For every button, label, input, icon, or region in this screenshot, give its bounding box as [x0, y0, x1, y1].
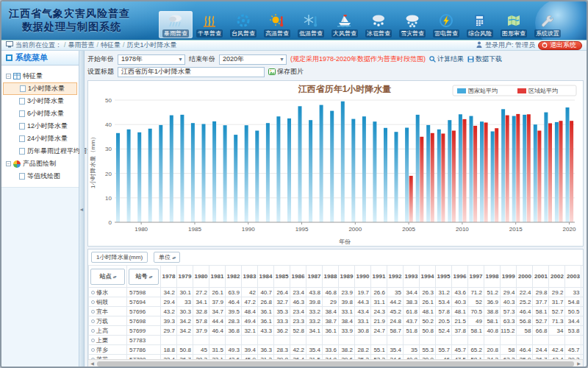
save-image-button[interactable]: 保存图片: [268, 67, 304, 77]
sort-icon: ▴▾: [112, 274, 115, 279]
toolbar-item-7[interactable]: 冰雹普查: [362, 11, 395, 38]
value-cell: 37.7: [533, 297, 549, 307]
column-header-year[interactable]: 1996: [452, 266, 468, 288]
scroll-right-icon[interactable]: ▶: [575, 360, 583, 367]
column-header-year[interactable]: 1986: [290, 266, 306, 288]
column-header-year[interactable]: 1981: [209, 266, 226, 288]
column-header-year[interactable]: 1983: [242, 266, 258, 288]
toolbar-item-3[interactable]: 台风普查: [226, 11, 260, 38]
data-table-panel: 1小时降水量(mm) 单位 ▴▾ 站点▴▾站号▴▾197819791980198…: [87, 249, 584, 368]
column-header-year[interactable]: 1994: [420, 266, 436, 288]
column-header-year[interactable]: 1993: [404, 266, 420, 288]
calculate-button[interactable]: 计算结果: [429, 54, 464, 64]
table-row[interactable]: 上栗57783: [89, 336, 584, 345]
toolbar-item-4[interactable]: 高温普查: [260, 11, 294, 38]
breadcrumb-item[interactable]: 暴雨普查: [68, 41, 95, 49]
station-name-cell[interactable]: 万载: [89, 316, 127, 326]
station-name-cell[interactable]: 萍乡: [89, 345, 127, 355]
radio-icon[interactable]: [91, 319, 95, 323]
download-button[interactable]: 数据下载: [467, 54, 502, 64]
sidebar-item-12小时降水量[interactable]: 12小时降水量: [3, 120, 77, 132]
toolbar-item-6[interactable]: 大风普查: [328, 11, 362, 38]
column-header-year[interactable]: 2000: [517, 266, 533, 288]
column-header-year[interactable]: 1990: [355, 266, 371, 288]
table-row[interactable]: 修水5759834.230.127.226.163.94240.726.423.…: [89, 288, 584, 297]
table-row[interactable]: 上高5769929.734.237.946.436.832.143.336.25…: [89, 326, 584, 336]
table-row[interactable]: 萍乡5778618.850.84531.549.339.436.328.342.…: [89, 345, 584, 355]
column-header-year[interactable]: 1989: [339, 266, 355, 288]
table-metric-button[interactable]: 1小时降水量(mm): [91, 252, 148, 263]
column-header-station[interactable]: 站点▴▾: [89, 266, 127, 288]
column-header-year[interactable]: 1982: [226, 266, 242, 288]
sidebar-item-24小时降水量[interactable]: 24小时降水量: [3, 132, 77, 145]
sidebar-group-2[interactable]: −产品图绘制: [3, 158, 77, 170]
toolbar-item-10[interactable]: 综合风险: [463, 11, 497, 38]
chart-title-input[interactable]: [118, 67, 265, 77]
sidebar-item-1小时降水量[interactable]: 1小时降水量: [3, 82, 77, 95]
table-row[interactable]: 宜丰5769643.230.332.834.739.548.436.135.32…: [89, 307, 584, 316]
column-header-year[interactable]: 2004: [581, 266, 583, 288]
column-header-year[interactable]: 2003: [565, 266, 581, 288]
sidebar-collapse-handle[interactable]: ◄: [79, 51, 85, 368]
radio-icon[interactable]: [91, 310, 95, 314]
sidebar-item-历年暴雨过程平均雨量[interactable]: 历年暴雨过程平均雨量: [3, 145, 77, 158]
station-name-cell[interactable]: 上栗: [89, 336, 127, 345]
station-name-cell[interactable]: 铜鼓: [89, 297, 127, 307]
toolbar-item-5[interactable]: 低温普查: [294, 11, 328, 38]
toolbar-item-8[interactable]: 雪灾普查: [395, 11, 429, 38]
unit-filter-dropdown[interactable]: 单位 ▴▾: [154, 252, 180, 263]
tree-expand-icon[interactable]: −: [6, 161, 11, 166]
scroll-left-icon[interactable]: ◀: [88, 360, 96, 367]
sidebar-item-3小时降水量[interactable]: 3小时降水量: [3, 95, 77, 107]
toolbar-item-11[interactable]: 图形审查: [497, 11, 531, 38]
column-header-year[interactable]: 1980: [193, 266, 209, 288]
svg-text:年份: 年份: [339, 238, 351, 245]
station-name-cell[interactable]: 宜丰: [89, 307, 127, 316]
column-header-year[interactable]: 2002: [549, 266, 565, 288]
toolbar-item-12[interactable]: 系统设置: [531, 11, 564, 38]
column-header-year[interactable]: 1984: [258, 266, 274, 288]
value-cell: [565, 336, 581, 345]
breadcrumb-separator: /: [123, 41, 125, 49]
sidebar-item-等值线绘图[interactable]: 等值线绘图: [3, 170, 77, 183]
scrollbar-thumb[interactable]: [97, 361, 574, 367]
station-name-cell[interactable]: 上高: [89, 326, 127, 336]
radio-icon[interactable]: [91, 329, 95, 333]
value-cell: 63.9: [226, 288, 242, 297]
breadcrumb-item[interactable]: 特征量: [101, 41, 121, 49]
horizontal-scrollbar[interactable]: ◀ ▶: [88, 359, 583, 367]
column-header-station-id[interactable]: 站号▴▾: [127, 266, 161, 288]
toolbar-item-2[interactable]: 干旱普查: [193, 11, 226, 38]
radio-icon[interactable]: [91, 339, 95, 342]
column-header-year[interactable]: 2001: [533, 266, 549, 288]
column-header-year[interactable]: 1999: [501, 266, 517, 288]
column-header-year[interactable]: 1978: [161, 266, 177, 288]
column-header-year[interactable]: 1997: [468, 266, 484, 288]
toolbar-item-9[interactable]: 雷电普查: [429, 11, 463, 38]
end-year-select[interactable]: 2020年▼: [219, 54, 287, 65]
station-name-cell[interactable]: 修水: [89, 288, 127, 297]
radio-icon[interactable]: [91, 300, 95, 304]
sidebar-item-6小时降水量[interactable]: 6小时降水量: [3, 107, 77, 120]
table-row[interactable]: 铜鼓5769429.43334.137.946.447.226.832.746.…: [89, 297, 584, 307]
sidebar-group-1[interactable]: −特征量: [3, 70, 77, 82]
logout-button[interactable]: 退出系统: [538, 41, 582, 50]
column-header-year[interactable]: 1991: [371, 266, 387, 288]
sidebar-item-label: 12小时降水量: [27, 121, 68, 131]
column-header-year[interactable]: 1985: [274, 266, 290, 288]
tree-expand-icon[interactable]: −: [6, 74, 11, 79]
breadcrumb-item[interactable]: 历史1小时降水量: [127, 41, 177, 49]
start-year-select[interactable]: 1978年▼: [118, 54, 185, 65]
column-header-year[interactable]: 1995: [436, 266, 452, 288]
svg-text:1995: 1995: [295, 226, 309, 233]
radio-icon[interactable]: [91, 291, 95, 294]
column-header-year[interactable]: 1992: [387, 266, 404, 288]
column-header-year[interactable]: 1979: [177, 266, 193, 288]
toolbar-item-1[interactable]: 暴雨普查: [159, 11, 193, 38]
column-header-year[interactable]: 1987: [306, 266, 323, 288]
table-row[interactable]: 万载5769839.334.257.844.428.349.436.133.32…: [89, 316, 584, 326]
column-header-year[interactable]: 1998: [484, 266, 501, 288]
value-cell: 39.4: [242, 345, 258, 355]
radio-icon[interactable]: [91, 348, 95, 352]
column-header-year[interactable]: 1988: [323, 266, 339, 288]
